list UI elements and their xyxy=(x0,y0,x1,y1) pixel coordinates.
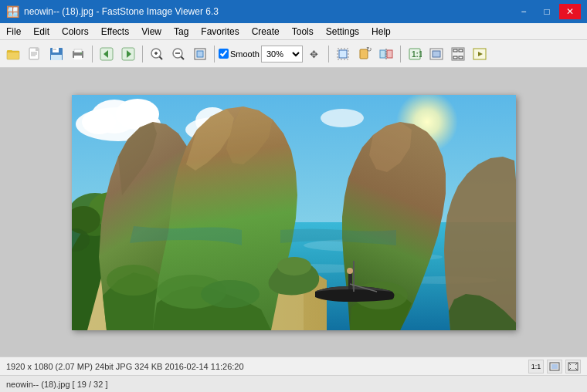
fit-window-button[interactable] xyxy=(426,44,446,64)
svg-point-67 xyxy=(107,265,161,296)
crop-icon xyxy=(336,47,350,61)
menu-effects[interactable]: Effects xyxy=(95,23,135,39)
menu-create[interactable]: Create xyxy=(246,23,286,39)
svg-text:1:1: 1:1 xyxy=(412,50,422,59)
menu-tools[interactable]: Tools xyxy=(286,23,320,39)
menu-view[interactable]: View xyxy=(135,23,168,39)
toolbar-separator-2 xyxy=(142,46,143,63)
svg-rect-28 xyxy=(197,51,203,57)
scene xyxy=(72,95,516,330)
menu-favorites[interactable]: Favorites xyxy=(195,23,245,39)
fullscreen-button[interactable] xyxy=(448,44,468,64)
toolbar-separator-1 xyxy=(92,46,93,63)
svg-line-23 xyxy=(160,56,163,59)
smooth-text: Smooth xyxy=(230,49,260,59)
toolbar: Smooth 10% 15% 20% 25% 30% 40% 50% 75% 1… xyxy=(0,40,587,68)
fullscreen-status-icon xyxy=(568,362,579,371)
maximize-button[interactable]: □ xyxy=(536,4,558,19)
zoom-in-button[interactable] xyxy=(147,44,167,64)
title-buttons: − □ ✕ xyxy=(513,4,581,19)
slideshow-button[interactable] xyxy=(470,44,490,64)
svg-rect-4 xyxy=(36,48,39,51)
app-icon: 🪟 xyxy=(6,5,19,18)
svg-rect-77 xyxy=(551,364,558,369)
svg-rect-10 xyxy=(53,49,56,50)
svg-rect-13 xyxy=(74,56,82,59)
pan-icon: ✥ xyxy=(307,47,321,61)
svg-text:↻: ↻ xyxy=(366,47,372,53)
fit-page-button[interactable] xyxy=(190,44,210,64)
toolbar-separator-5 xyxy=(400,46,401,63)
status-info: 1920 x 1080 (2.07 MP) 24bit JPG 324 KB 2… xyxy=(6,362,244,371)
prev-icon xyxy=(100,47,114,61)
rotate-icon: ↻ xyxy=(358,47,372,61)
close-button[interactable]: ✕ xyxy=(559,4,581,19)
smooth-label[interactable]: Smooth xyxy=(219,49,260,59)
svg-rect-11 xyxy=(51,55,62,60)
menu-tag[interactable]: Tag xyxy=(168,23,195,39)
image-container[interactable] xyxy=(72,95,516,330)
svg-point-69 xyxy=(201,280,260,308)
new-button[interactable] xyxy=(25,44,45,64)
menu-settings[interactable]: Settings xyxy=(320,23,365,39)
svg-point-70 xyxy=(277,257,311,275)
new-icon xyxy=(28,47,42,61)
menu-help[interactable]: Help xyxy=(365,23,397,39)
svg-point-57 xyxy=(321,109,364,127)
svg-line-26 xyxy=(182,56,185,59)
fit-window-icon xyxy=(429,47,443,61)
open-folder-button[interactable] xyxy=(3,44,23,64)
svg-rect-31 xyxy=(339,50,347,58)
menu-bar: File Edit Colors Effects View Tag Favori… xyxy=(0,23,587,40)
svg-rect-14 xyxy=(74,49,82,52)
zoom-in-icon xyxy=(150,47,164,61)
smooth-checkbox[interactable] xyxy=(219,49,229,59)
svg-rect-15 xyxy=(80,52,82,54)
crop-button[interactable] xyxy=(333,44,353,64)
actual-size-icon: 1:1 xyxy=(408,47,422,61)
landscape-svg xyxy=(72,95,516,330)
next-image-button[interactable] xyxy=(118,44,138,64)
svg-rect-40 xyxy=(433,51,440,57)
save-icon xyxy=(49,47,63,61)
open-folder-icon xyxy=(6,47,20,61)
actual-size-button[interactable]: 1:1 xyxy=(405,44,425,64)
zoom-out-button[interactable] xyxy=(168,44,188,64)
fit-screen-button[interactable] xyxy=(547,360,562,373)
svg-rect-73 xyxy=(348,272,352,289)
main-area xyxy=(0,68,587,357)
slideshow-icon xyxy=(473,47,487,61)
svg-rect-2 xyxy=(7,51,19,52)
menu-file[interactable]: File xyxy=(0,23,27,39)
title-bar: 🪟 neowin-- (18).jpg - FastStone Image Vi… xyxy=(0,0,587,23)
toolbar-separator-4 xyxy=(328,46,329,63)
next-icon xyxy=(121,47,135,61)
prev-image-button[interactable] xyxy=(97,44,117,64)
flip-icon xyxy=(379,47,393,61)
minimize-button[interactable]: − xyxy=(513,4,534,19)
info-bar: neowin-- (18).jpg [ 19 / 32 ] xyxy=(0,375,587,392)
save-button[interactable] xyxy=(46,44,66,64)
fullscreen-icon xyxy=(451,47,465,61)
flip-button[interactable] xyxy=(376,44,396,64)
title-text: neowin-- (18).jpg - FastStone Image View… xyxy=(24,6,219,17)
file-info-text: neowin-- (18).jpg [ 19 / 32 ] xyxy=(6,380,107,389)
print-button[interactable] xyxy=(68,44,88,64)
pan-tool-button[interactable]: ✥ xyxy=(304,44,324,64)
fit-icon xyxy=(193,47,207,61)
zoom-out-icon xyxy=(171,47,185,61)
menu-edit[interactable]: Edit xyxy=(27,23,56,39)
zoom-select[interactable]: 10% 15% 20% 25% 30% 40% 50% 75% 100% 150… xyxy=(261,46,303,63)
menu-colors[interactable]: Colors xyxy=(56,23,95,39)
svg-rect-34 xyxy=(380,50,385,58)
status-bar: 1920 x 1080 (2.07 MP) 24bit JPG 324 KB 2… xyxy=(0,357,587,375)
status-controls: 1:1 xyxy=(528,360,581,373)
ratio-button[interactable]: 1:1 xyxy=(528,360,544,373)
fullscreen-status-button[interactable] xyxy=(565,360,581,373)
toolbar-separator-3 xyxy=(214,46,215,63)
rotate-button[interactable]: ↻ xyxy=(355,44,375,64)
fit-screen-icon xyxy=(549,362,560,371)
svg-point-53 xyxy=(82,110,116,134)
svg-text:✥: ✥ xyxy=(310,49,318,60)
svg-point-74 xyxy=(347,268,353,274)
